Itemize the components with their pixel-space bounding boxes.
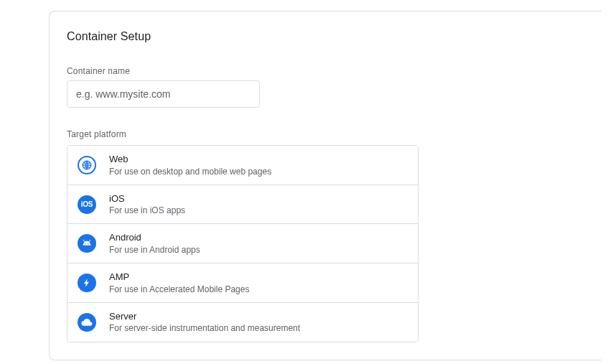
platform-desc: For use in Android apps bbox=[109, 244, 200, 256]
svg-point-2 bbox=[88, 243, 88, 244]
platform-name: iOS bbox=[109, 192, 185, 205]
svg-point-1 bbox=[85, 243, 85, 244]
target-platform-label: Target platform bbox=[50, 129, 602, 139]
container-setup-panel: Container Setup Container name Target pl… bbox=[49, 11, 602, 360]
container-name-input[interactable] bbox=[67, 80, 260, 108]
platform-name: Android bbox=[109, 231, 200, 244]
platform-option-web[interactable]: Web For use on desktop and mobile web pa… bbox=[67, 146, 418, 185]
platform-name: AMP bbox=[109, 271, 249, 284]
platform-desc: For use in Accelerated Mobile Pages bbox=[109, 284, 249, 295]
platform-name: Web bbox=[109, 153, 271, 166]
android-icon bbox=[78, 234, 96, 253]
platform-list: Web For use on desktop and mobile web pa… bbox=[67, 145, 418, 342]
platform-option-server[interactable]: Server For server-side instrumentation a… bbox=[67, 303, 418, 342]
ios-icon: iOS bbox=[78, 195, 96, 214]
platform-option-amp[interactable]: AMP For use in Accelerated Mobile Pages bbox=[67, 263, 418, 303]
web-icon bbox=[78, 156, 96, 174]
platform-desc: For server-side instrumentation and meas… bbox=[109, 322, 300, 334]
platform-name: Server bbox=[109, 310, 300, 323]
platform-option-ios[interactable]: iOS iOS For use in iOS apps bbox=[67, 185, 418, 225]
server-icon bbox=[78, 313, 96, 332]
platform-desc: For use on desktop and mobile web pages bbox=[109, 166, 271, 177]
page-title: Container Setup bbox=[50, 30, 602, 43]
amp-icon bbox=[78, 274, 96, 292]
container-name-label: Container name bbox=[50, 66, 602, 76]
platform-option-android[interactable]: Android For use in Android apps bbox=[67, 224, 418, 263]
platform-desc: For use in iOS apps bbox=[109, 205, 185, 216]
